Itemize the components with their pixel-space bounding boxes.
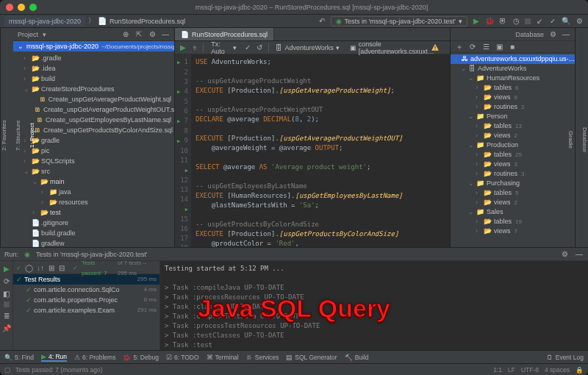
project-tree-row[interactable]: ›📂SQLScripts xyxy=(13,156,174,166)
sort-icon[interactable]: ↓↑ xyxy=(37,264,44,273)
structure-tool-button[interactable]: 7: Structure xyxy=(15,120,21,150)
commit-icon[interactable]: ✓ xyxy=(244,43,251,52)
caret-position[interactable]: 1:1 xyxy=(493,366,502,374)
file-encoding[interactable]: UTF-8 xyxy=(521,366,539,374)
check-icon[interactable]: ✓ xyxy=(16,263,21,274)
project-tree-row[interactable]: ⌄📂main xyxy=(13,176,174,187)
inspections-warning-icon[interactable] xyxy=(431,43,440,51)
back-icon[interactable]: ↶ xyxy=(318,17,326,26)
search-icon[interactable]: 🔍 xyxy=(562,17,570,26)
minimize-icon[interactable] xyxy=(18,4,25,11)
problems-tool-button[interactable]: ⚠6: Problems xyxy=(74,354,115,361)
explain-plan-icon[interactable]: ⎀ xyxy=(191,43,198,52)
line-separator[interactable]: LF xyxy=(508,366,515,374)
debug-tool-button[interactable]: 🐞5: Debug xyxy=(123,354,159,361)
vcs-update-icon[interactable]: ↙ xyxy=(535,17,544,26)
db-folder-row[interactable]: ›📂views6 xyxy=(451,93,575,102)
code-editor[interactable]: ▶ 123▶ 456▶ 78▶ 91011▶ 121314▶ 15161718▶… xyxy=(175,54,450,247)
favorites-tool-button[interactable]: 2: Favorites xyxy=(1,120,7,151)
jump-to-console-icon[interactable]: ▣ xyxy=(495,43,503,51)
refresh-icon[interactable]: ⟳ xyxy=(468,43,477,51)
project-tree-row[interactable]: ›📂resources xyxy=(13,197,174,207)
breadcrumb-project[interactable]: mssql-sp-java-jdbc-2020 xyxy=(4,16,85,26)
sql-generator-tool-button[interactable]: ▤SQL Generator xyxy=(286,354,337,361)
close-icon[interactable] xyxy=(6,4,13,11)
database-tool-button[interactable]: Database xyxy=(581,127,588,152)
gradle-tool-button[interactable]: Gradle xyxy=(567,131,574,149)
project-tree[interactable]: ›📂.gradle›📂.idea›📂build⌄📂CreateStoredPro… xyxy=(13,51,174,247)
db-schema-row[interactable]: ⌄📁Sales xyxy=(451,207,575,217)
add-datasource-icon[interactable]: ＋ xyxy=(455,43,464,51)
project-tree-row[interactable]: ›📂.gradle xyxy=(13,53,174,63)
run-config-name[interactable]: Tests in 'mssql-sp-java-jdbc-2020.test' xyxy=(36,251,148,258)
db-folder-row[interactable]: ›📂tables19 xyxy=(451,217,575,226)
dump-threads-icon[interactable]: ≣ xyxy=(2,311,11,320)
gear-icon[interactable]: ⚙ xyxy=(148,30,157,39)
terminal-tool-button[interactable]: ⌘Terminal xyxy=(207,354,239,361)
db-schema-row[interactable]: ⌄📁Production xyxy=(451,140,575,150)
hide-panel-icon[interactable]: — xyxy=(562,30,570,39)
project-root-row[interactable]: ⌄ mssql-sp-java-jdbc-2020 ~/Documents/pr… xyxy=(13,41,174,51)
stop-icon[interactable] xyxy=(4,301,10,307)
db-schema-row[interactable]: ⌄📁Person xyxy=(451,112,575,121)
db-folder-row[interactable]: ›📂tables6 xyxy=(451,83,575,93)
rerun-failed-icon[interactable]: ⟳ xyxy=(2,276,11,285)
project-tree-row[interactable]: 📄build.gradle xyxy=(13,228,174,238)
db-folder-row[interactable]: ›📂tables13 xyxy=(451,121,575,131)
stop-icon[interactable] xyxy=(525,18,531,24)
db-folder-row[interactable]: ›📂views3 xyxy=(451,160,575,169)
tool-windows-icon[interactable]: ▢ xyxy=(4,366,11,374)
db-folder-row[interactable]: ›📂routines2 xyxy=(451,102,575,112)
db-schema-row[interactable]: ⌄📁Purchasing xyxy=(451,179,575,188)
project-tree-row[interactable]: ›📂test xyxy=(13,207,174,218)
project-tree-row[interactable]: 🗎Create_uspGetEmployeesByLastName.sql xyxy=(13,115,174,125)
filter-icon[interactable]: ☰ xyxy=(481,43,490,51)
tx-mode-dropdown[interactable]: Tx: Auto ▾ xyxy=(208,40,240,56)
db-folder-row[interactable]: ›📂routines3 xyxy=(451,169,575,179)
show-passed-icon[interactable]: ◯ xyxy=(25,264,33,273)
rollback-icon[interactable]: ↺ xyxy=(256,43,263,52)
rerun-icon[interactable]: ▶ xyxy=(2,264,11,273)
indent-settings[interactable]: 4 spaces xyxy=(545,366,570,374)
todo-tool-button[interactable]: ☑6: TODO xyxy=(166,354,199,361)
run-config-selector[interactable]: ◉ Tests in 'mssql-sp-java-jdbc-2020.test… xyxy=(331,16,468,26)
editor-tab-active[interactable]: 📄 RunStoredProcedures.sql xyxy=(175,28,274,40)
project-tree-row[interactable]: ›📁java xyxy=(13,187,174,197)
db-folder-row[interactable]: ›📂tables25 xyxy=(451,150,575,160)
run-icon[interactable]: ▶ xyxy=(472,17,481,26)
db-folder-row[interactable]: ›📂tables5 xyxy=(451,188,575,198)
project-tree-row[interactable]: 🗎Create_uspGetAverageProductWeight.sql xyxy=(13,94,174,104)
project-tree-row[interactable]: ›📂.idea xyxy=(13,63,174,74)
database-tree[interactable]: ⌄🖧adventureworks.csxuxtdppqiu.us-…⌄🗄Adve… xyxy=(451,53,575,247)
project-tree-row[interactable]: 🗎Create_uspGetAverageProductWeightOUT.sq… xyxy=(13,104,174,115)
db-folder-row[interactable]: ›📂views2 xyxy=(451,131,575,140)
test-class-row[interactable]: ✓com.article.connection.SqlCo4 ms xyxy=(13,285,159,295)
event-log-button[interactable]: 🗒Event Log xyxy=(547,354,584,361)
schema-dropdown[interactable]: 🗄 AdventureWorks ▾ xyxy=(273,43,342,52)
db-datasource-row[interactable]: ⌄🖧adventureworks.csxuxtdppqiu.us-… xyxy=(451,54,575,64)
gear-icon[interactable]: ⚙ xyxy=(560,250,569,259)
settings-icon[interactable]: ⚙ xyxy=(575,17,584,26)
project-tree-row[interactable]: ›📂gradle xyxy=(13,135,174,146)
gear-icon[interactable]: ⚙ xyxy=(548,30,557,39)
project-tree-row[interactable]: 📄.gitignore xyxy=(13,218,174,228)
test-class-row[interactable]: ✓com.article.properties.Projec0 ms xyxy=(13,295,159,305)
project-tree-row[interactable]: 🗎Create_uspGetProductsByColorAndSize.sql xyxy=(13,125,174,135)
db-database-row[interactable]: ⌄🗄AdventureWorks xyxy=(451,64,575,74)
test-class-row[interactable]: ✓com.article.examples.Exam291 ms xyxy=(13,305,159,315)
project-tool-button[interactable]: 1: Project xyxy=(29,123,35,148)
find-tool-button[interactable]: 🔍5: Find xyxy=(4,354,34,361)
profile-icon[interactable]: ◷ xyxy=(512,17,520,26)
db-folder-row[interactable]: ›📂views7 xyxy=(451,226,575,236)
stop-icon[interactable]: ■ xyxy=(508,43,517,51)
db-folder-row[interactable]: ›📂views2 xyxy=(451,198,575,207)
run-console[interactable]: Testing started at 5:12 PM ... > Task :c… xyxy=(160,261,588,350)
execute-icon[interactable]: ▶ xyxy=(179,43,187,52)
project-tree-row[interactable]: 📄gradlew xyxy=(13,238,174,247)
project-tree-row[interactable]: ⌄📂src xyxy=(13,166,174,176)
code-content[interactable]: USE AdventureWorks; -- uspGetAverageProd… xyxy=(191,54,450,247)
hide-panel-icon[interactable]: — xyxy=(575,250,584,259)
db-schema-row[interactable]: ⌄📁HumanResources xyxy=(451,74,575,83)
collapse-all-icon[interactable]: ⇱ xyxy=(135,30,143,39)
inspections-indicator[interactable]: 🔒 xyxy=(576,366,584,374)
